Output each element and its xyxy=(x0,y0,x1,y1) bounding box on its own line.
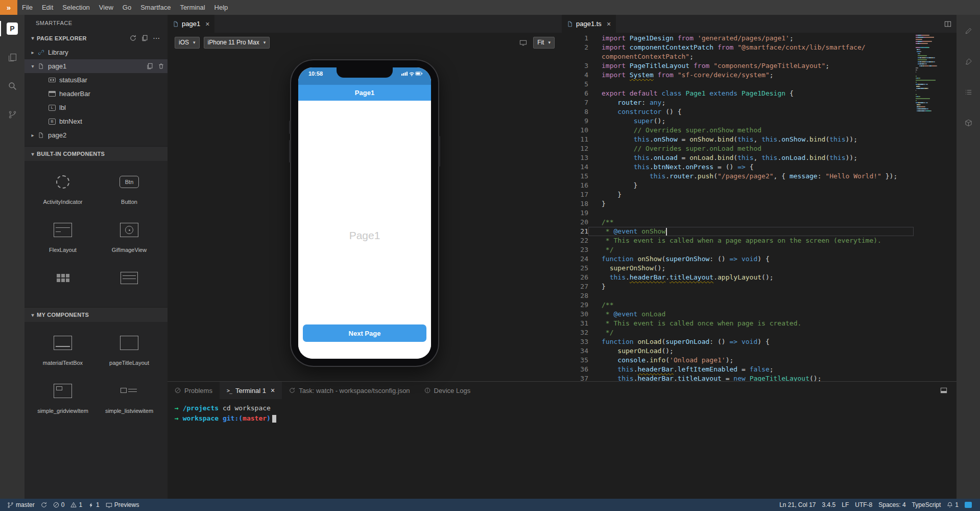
tab-page1-ts[interactable]: page1.ts × xyxy=(562,15,616,33)
code-text: // Overrides super.onShow method xyxy=(588,126,914,135)
os-select[interactable]: iOS ▾ xyxy=(175,37,200,49)
menu-item-help[interactable]: Help xyxy=(210,0,233,15)
line-number: 18 xyxy=(562,199,588,208)
device-status-icons xyxy=(401,71,423,76)
status-indentation[interactable]: Spaces: 4 xyxy=(875,499,909,511)
component-Button[interactable]: Button xyxy=(119,171,139,205)
status-cursor-position[interactable]: Ln 21, Col 17 xyxy=(776,499,819,511)
minimap-line xyxy=(916,98,949,99)
tab-page1-preview[interactable]: page1 × xyxy=(168,15,215,33)
tree-item-headerbar[interactable]: headerBar xyxy=(25,87,168,101)
chevron-down-icon[interactable]: ▾ xyxy=(29,63,37,69)
page-explorer-header[interactable]: ▾ PAGE EXPLORER ··· xyxy=(25,31,168,45)
delete-icon[interactable] xyxy=(158,63,164,69)
menu-items: FileEditSelectionViewGoSmartfaceTerminal… xyxy=(17,0,232,15)
tree-item-btnnext[interactable]: BbtnNext xyxy=(25,114,168,128)
status-eol[interactable]: LF xyxy=(839,499,852,511)
code-editor[interactable]: 1import Page1Design from 'generated/page… xyxy=(562,33,957,381)
next-page-button[interactable]: Next Page xyxy=(303,324,426,342)
terminal-output[interactable]: → /projects cd workspace→ workspace git:… xyxy=(168,399,957,499)
tree-item-label: page1 xyxy=(48,62,147,70)
panel-tab-task-watch-workspace-tsconfig-json[interactable]: Task: watch - workspace/tsconfig.json xyxy=(282,382,417,399)
component-list[interactable] xyxy=(121,267,138,295)
line-number: 6 xyxy=(562,89,588,98)
menu-item-go[interactable]: Go xyxy=(118,0,136,15)
close-icon[interactable]: × xyxy=(271,386,275,394)
close-icon[interactable]: × xyxy=(607,20,611,28)
status-encoding[interactable]: UTF-8 xyxy=(852,499,875,511)
tree-item-page1[interactable]: ▾page1 xyxy=(25,59,168,73)
code-line-26: 26 this.headerBar.titleLayout.applyLayou… xyxy=(562,273,914,282)
device-emulator[interactable]: 10:58 Page1 Page1 Next Page xyxy=(290,59,439,367)
component-materialTextBox[interactable]: materialTextBox xyxy=(43,332,83,366)
panel-layout-icon[interactable] xyxy=(935,387,952,394)
status-git-branch[interactable]: master xyxy=(4,499,38,511)
page-document-icon xyxy=(7,22,18,35)
panel-tab-terminal-1[interactable]: >_Terminal 1× xyxy=(220,382,282,399)
line-number: 4 xyxy=(562,71,588,80)
listitem-component-icon xyxy=(121,380,138,402)
panel-tab-problems[interactable]: Problems xyxy=(168,382,220,399)
component-GifImageView[interactable]: GifImageView xyxy=(112,219,147,253)
smartface-logo-icon[interactable] xyxy=(0,0,17,15)
status-previews[interactable]: Previews xyxy=(103,499,142,511)
device-screen-icon[interactable] xyxy=(519,39,527,47)
menu-item-file[interactable]: File xyxy=(17,0,37,15)
design-editor-icon[interactable] xyxy=(957,22,980,39)
status-label: 1 xyxy=(955,501,959,508)
device-select[interactable]: iPhone 11 Pro Max ▾ xyxy=(204,37,270,49)
modules-cube-icon[interactable] xyxy=(957,114,980,131)
menu-item-selection[interactable]: Selection xyxy=(58,0,94,15)
section-header-0[interactable]: ▾BUILT-IN COMPONENTS xyxy=(25,146,168,161)
code-line-wrap: componentContextPatch"; xyxy=(562,52,914,61)
chevron-right-icon[interactable]: ▸ xyxy=(29,132,37,138)
outline-list-icon[interactable] xyxy=(957,83,980,101)
code-line-27: 27} xyxy=(562,282,914,291)
files-icon[interactable] xyxy=(0,49,25,66)
section-header-1[interactable]: ▾MY COMPONENTS xyxy=(25,307,168,322)
menu-item-view[interactable]: View xyxy=(94,0,118,15)
menu-item-edit[interactable]: Edit xyxy=(37,0,58,15)
status-language-mode[interactable]: TypeScript xyxy=(909,499,944,511)
status-label: 3.4.5 xyxy=(822,501,836,508)
code-text: /** xyxy=(588,218,914,227)
component-pageTitleLayout[interactable]: pageTitleLayout xyxy=(109,332,149,366)
status-errors[interactable]: 0 xyxy=(50,499,68,511)
panel-tab-label: Problems xyxy=(184,387,212,394)
component-ActivityIndicator[interactable]: ActivityIndicator xyxy=(43,171,82,205)
menu-item-terminal[interactable]: Terminal xyxy=(175,0,209,15)
duplicate-icon[interactable] xyxy=(141,35,148,41)
status-tasks[interactable]: 1 xyxy=(85,499,103,511)
chevron-right-icon[interactable]: ▸ xyxy=(29,50,37,55)
minimap[interactable] xyxy=(916,35,949,112)
status-sync[interactable] xyxy=(38,499,50,511)
search-icon[interactable] xyxy=(0,77,25,95)
code-line-7: 7 router: any; xyxy=(562,98,914,107)
line-number: 16 xyxy=(562,181,588,190)
status-notifications[interactable]: 1 xyxy=(944,499,962,511)
theme-brush-icon[interactable] xyxy=(957,53,980,70)
more-actions-icon[interactable]: ··· xyxy=(153,35,160,41)
pages-explorer-icon[interactable] xyxy=(0,20,25,37)
duplicate-icon[interactable] xyxy=(147,63,153,69)
component-FlexLayout[interactable]: FlexLayout xyxy=(49,219,77,253)
panel-tab-device-logs[interactable]: Device Logs xyxy=(417,382,478,399)
status-feedback[interactable] xyxy=(962,499,975,511)
tree-item-page2[interactable]: ▸page2 xyxy=(25,128,168,142)
tree-item-statusbar[interactable]: statusBar xyxy=(25,73,168,87)
tree-item-library[interactable]: ▸Library xyxy=(25,45,168,59)
split-editor-icon[interactable] xyxy=(939,15,957,33)
source-control-icon[interactable] xyxy=(0,106,25,123)
status-warnings[interactable]: 1 xyxy=(67,499,85,511)
component-simple_listviewitem[interactable]: simple_listviewitem xyxy=(105,380,153,414)
status-version[interactable]: 3.4.5 xyxy=(819,499,839,511)
tree-item-lbl[interactable]: Llbl xyxy=(25,101,168,114)
component-simple_gridviewItem[interactable]: simple_gridviewItem xyxy=(37,380,88,414)
refresh-icon[interactable] xyxy=(130,35,136,41)
close-icon[interactable]: × xyxy=(205,20,209,28)
chevron-down-icon: ▾ xyxy=(29,312,37,318)
zoom-select[interactable]: Fit ▾ xyxy=(533,37,555,49)
panel-tab-label: Device Logs xyxy=(434,387,471,394)
menu-item-smartface[interactable]: Smartface xyxy=(136,0,175,15)
component-grid[interactable] xyxy=(57,267,69,295)
